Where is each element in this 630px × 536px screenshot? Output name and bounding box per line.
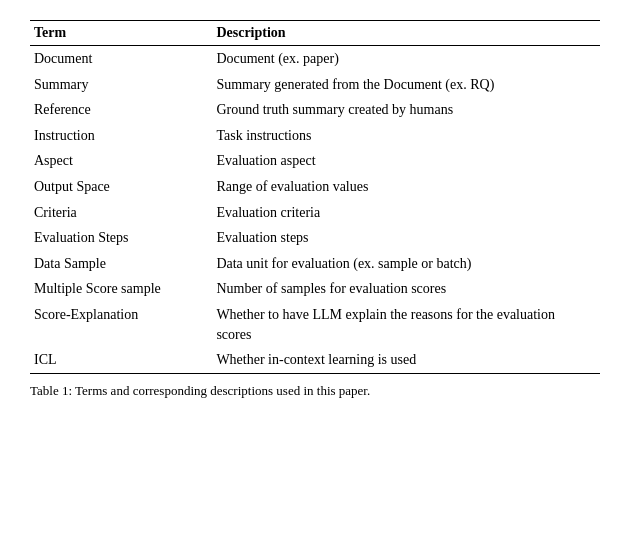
table-cell-term: Document [30, 46, 212, 72]
table-row: Score-ExplanationWhether to have LLM exp… [30, 302, 600, 347]
table-cell-description: Whether to have LLM explain the reasons … [212, 302, 600, 347]
table-caption: Table 1: Terms and corresponding descrip… [30, 382, 600, 400]
table-cell-term: Summary [30, 72, 212, 98]
table-cell-description: Task instructions [212, 123, 600, 149]
table-cell-description: Range of evaluation values [212, 174, 600, 200]
table-row: InstructionTask instructions [30, 123, 600, 149]
table-cell-term: Data Sample [30, 251, 212, 277]
table-row: Multiple Score sampleNumber of samples f… [30, 276, 600, 302]
table-header-row: Term Description [30, 21, 600, 46]
table-cell-term: Output Space [30, 174, 212, 200]
table-cell-term: Evaluation Steps [30, 225, 212, 251]
column-header-term: Term [30, 21, 212, 46]
table-cell-description: Whether in-context learning is used [212, 347, 600, 373]
table-cell-description: Document (ex. paper) [212, 46, 600, 72]
table-cell-description: Data unit for evaluation (ex. sample or … [212, 251, 600, 277]
terminology-table: Term Description DocumentDocument (ex. p… [30, 20, 600, 374]
table-container: Term Description DocumentDocument (ex. p… [30, 20, 600, 400]
table-cell-term: Instruction [30, 123, 212, 149]
table-row: AspectEvaluation aspect [30, 148, 600, 174]
table-cell-term: Score-Explanation [30, 302, 212, 347]
table-row: DocumentDocument (ex. paper) [30, 46, 600, 72]
table-cell-description: Number of samples for evaluation scores [212, 276, 600, 302]
table-row: Evaluation StepsEvaluation steps [30, 225, 600, 251]
table-cell-term: ICL [30, 347, 212, 373]
table-row: SummarySummary generated from the Docume… [30, 72, 600, 98]
table-row: ICLWhether in-context learning is used [30, 347, 600, 373]
table-row: ReferenceGround truth summary created by… [30, 97, 600, 123]
table-row: Output SpaceRange of evaluation values [30, 174, 600, 200]
table-cell-term: Criteria [30, 200, 212, 226]
table-cell-description: Ground truth summary created by humans [212, 97, 600, 123]
table-cell-description: Evaluation aspect [212, 148, 600, 174]
table-cell-term: Reference [30, 97, 212, 123]
table-cell-term: Multiple Score sample [30, 276, 212, 302]
table-row: Data SampleData unit for evaluation (ex.… [30, 251, 600, 277]
table-cell-description: Evaluation criteria [212, 200, 600, 226]
table-cell-description: Evaluation steps [212, 225, 600, 251]
table-cell-term: Aspect [30, 148, 212, 174]
table-row: CriteriaEvaluation criteria [30, 200, 600, 226]
table-cell-description: Summary generated from the Document (ex.… [212, 72, 600, 98]
column-header-description: Description [212, 21, 600, 46]
